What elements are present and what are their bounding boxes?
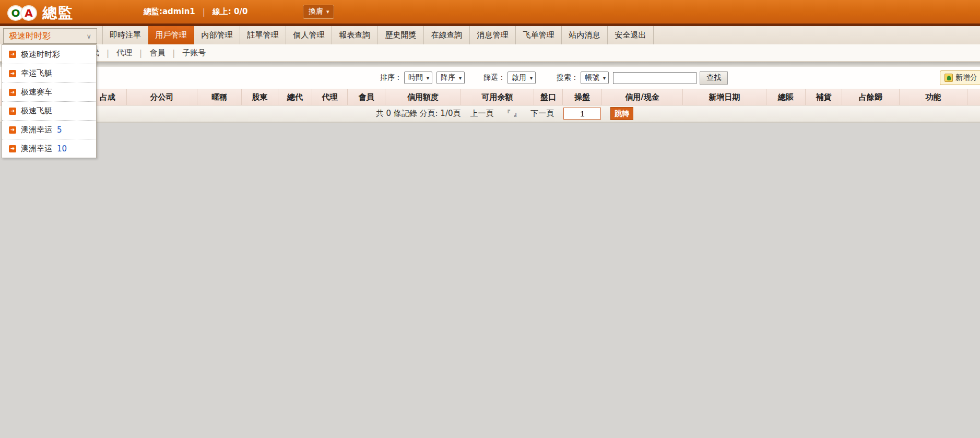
- chevron-down-icon: ▾: [459, 75, 462, 81]
- sort-field-value: 時間: [408, 73, 423, 82]
- menu-item-label: 极速赛车: [21, 87, 52, 97]
- menu-item-jisu-ssc[interactable]: ➜ 极速时时彩: [2, 45, 96, 64]
- menu-item-number: 5: [57, 125, 62, 135]
- top-bar: O A 總監 總監:admin1 | 線上: 0/0 換膚▾: [0, 0, 980, 23]
- prev-page-link[interactable]: 上一頁: [470, 109, 494, 119]
- subnav-separator: |: [107, 49, 109, 58]
- col-created-date: 新增日期: [683, 89, 766, 105]
- tab-online-query[interactable]: 在線查詢: [424, 26, 470, 44]
- tab-internal-management[interactable]: 内部管理: [194, 26, 240, 44]
- col-agent: 代理: [312, 89, 348, 105]
- subnav-item-agent[interactable]: 代理: [116, 48, 132, 58]
- page-brackets: 『 』: [503, 109, 522, 119]
- search-label: 搜索：: [557, 73, 578, 82]
- tab-user-management[interactable]: 用戶管理: [148, 26, 194, 44]
- subnav-item-member[interactable]: 會員: [149, 48, 165, 58]
- search-field-value: 帳號: [585, 73, 599, 82]
- tab-site-messages[interactable]: 站内消息: [562, 26, 608, 44]
- subnav-item-subaccount[interactable]: 子账号: [182, 48, 206, 58]
- add-branch-label: 新增分: [955, 73, 977, 82]
- col-functions: 功能: [900, 89, 967, 105]
- sort-order-select[interactable]: 降序▾: [436, 72, 465, 84]
- record-summary: 共 0 條記錄 分頁: 1/0頁: [376, 109, 461, 119]
- menu-item-label: 澳洲幸运: [21, 144, 52, 153]
- tab-bet-management[interactable]: 註單管理: [240, 26, 286, 44]
- filter-label: 篩選：: [483, 73, 505, 82]
- online-count: 線上: 0/0: [212, 7, 248, 17]
- col-status: 狀態: [967, 89, 980, 105]
- subnav-separator: |: [139, 49, 142, 58]
- tab-history-draws[interactable]: 歷史開獎: [378, 26, 424, 44]
- col-available-balance: 可用余額: [461, 89, 534, 105]
- col-shareholder: 股東: [242, 89, 278, 105]
- pagination-bar: 共 0 條記錄 分頁: 1/0頁 上一頁 『 』 下一頁 跳轉: [0, 105, 980, 123]
- empty-content-area: [0, 124, 980, 438]
- app-title: 總監: [42, 3, 74, 23]
- col-general-agent: 總代: [278, 89, 312, 105]
- col-trading: 操盤: [563, 89, 602, 105]
- lottery-type-select[interactable]: 极速时时彩 ∨: [3, 28, 97, 44]
- logo-letter-o: O: [11, 7, 20, 19]
- sort-label: 排序：: [380, 73, 402, 82]
- col-total-account: 總賬: [766, 89, 806, 105]
- tab-safe-logout[interactable]: 安全退出: [608, 26, 654, 44]
- tab-personal-management[interactable]: 個人管理: [286, 26, 332, 44]
- search-field-select[interactable]: 帳號▾: [581, 72, 609, 84]
- tab-flying-order[interactable]: 飞单管理: [516, 26, 562, 44]
- lottery-dropdown-menu: ➜ 极速时时彩 ➜ 幸运飞艇 ➜ 极速赛车 ➜ 极速飞艇 ➜ 澳洲幸运5 ➜ 澳…: [2, 44, 97, 158]
- lottery-selected-value: 极速时时彩: [9, 31, 86, 42]
- filter-toolbar: 排序： 時間▾ 降序▾ 篩選： 啟用▾ 搜索： 帳號▾ 查找 新增分: [0, 67, 980, 89]
- chevron-down-icon: ▾: [326, 8, 329, 15]
- section-divider: [0, 62, 980, 67]
- tab-message-management[interactable]: 消息管理: [470, 26, 516, 44]
- session-info: 總監:admin1 | 線上: 0/0: [144, 7, 247, 17]
- menu-item-label: 极速飞艇: [21, 106, 52, 116]
- menu-item-aozhou-xingyun5[interactable]: ➜ 澳洲幸运5: [2, 120, 96, 139]
- menu-item-label: 幸运飞艇: [21, 68, 52, 78]
- sort-order-value: 降序: [441, 73, 455, 82]
- subnav-separator: |: [172, 49, 175, 58]
- col-handicap: 盤口: [534, 89, 563, 105]
- main-nav-bar: 即時注單 用戶管理 内部管理 註單管理 個人管理 報表查詢 歷史開獎 在線查詢 …: [0, 26, 980, 44]
- page-number-input[interactable]: [563, 108, 601, 120]
- find-button[interactable]: 查找: [700, 71, 728, 85]
- tab-instant-bets[interactable]: 即時注單: [102, 26, 148, 44]
- col-credit-cash: 信用/现金: [602, 89, 683, 105]
- menu-item-jisu-feiting[interactable]: ➜ 极速飞艇: [2, 101, 96, 120]
- tab-report-query[interactable]: 報表查詢: [332, 26, 378, 44]
- search-input[interactable]: [613, 72, 696, 84]
- arrow-right-icon: ➜: [9, 145, 16, 152]
- chevron-down-icon: ▾: [603, 75, 606, 81]
- main-tabs: 即時注單 用戶管理 内部管理 註單管理 個人管理 報表查詢 歷史開獎 在線查詢 …: [102, 26, 654, 44]
- app-logo: O A 總監: [7, 3, 74, 23]
- filter-status-value: 啟用: [512, 73, 526, 82]
- jump-button[interactable]: 跳轉: [610, 107, 633, 120]
- user-level-subnav: 總代 | 代理 | 會員 | 子账号: [0, 44, 980, 62]
- admin-account-label: 總監:admin1: [144, 7, 195, 17]
- menu-item-jisu-saiche[interactable]: ➜ 极速赛车: [2, 82, 96, 101]
- skin-select[interactable]: 換膚▾: [303, 5, 334, 19]
- sort-field-select[interactable]: 時間▾: [404, 72, 432, 84]
- arrow-right-icon: ➜: [9, 89, 16, 96]
- col-nickname: 暱稱: [197, 89, 242, 105]
- menu-item-xingyun-feiting[interactable]: ➜ 幸运飞艇: [2, 64, 96, 82]
- col-branch: 分公司: [127, 89, 197, 105]
- menu-item-label: 极速时时彩: [21, 50, 60, 60]
- col-credit-limit: 信用額度: [385, 89, 461, 105]
- chevron-down-icon: ∨: [86, 32, 91, 40]
- arrow-right-icon: ➜: [9, 126, 16, 134]
- menu-item-aozhou-xingyun10[interactable]: ➜ 澳洲幸运10: [2, 139, 96, 158]
- arrow-right-icon: ➜: [9, 70, 16, 77]
- filter-status-select[interactable]: 啟用▾: [507, 72, 536, 84]
- menu-item-number: 10: [57, 144, 67, 153]
- col-remaining-share: 占餘歸: [842, 89, 900, 105]
- next-page-link[interactable]: 下一頁: [530, 109, 554, 119]
- logo-a-circle: A: [20, 5, 37, 21]
- logo-letter-a: A: [25, 7, 32, 19]
- chevron-down-icon: ▾: [530, 75, 533, 81]
- menu-item-label: 澳洲幸运: [21, 125, 52, 135]
- col-member: 會員: [348, 89, 385, 105]
- arrow-right-icon: ➜: [9, 108, 16, 115]
- add-branch-button[interactable]: 新增分: [940, 70, 980, 85]
- topbar-separator: |: [203, 7, 205, 17]
